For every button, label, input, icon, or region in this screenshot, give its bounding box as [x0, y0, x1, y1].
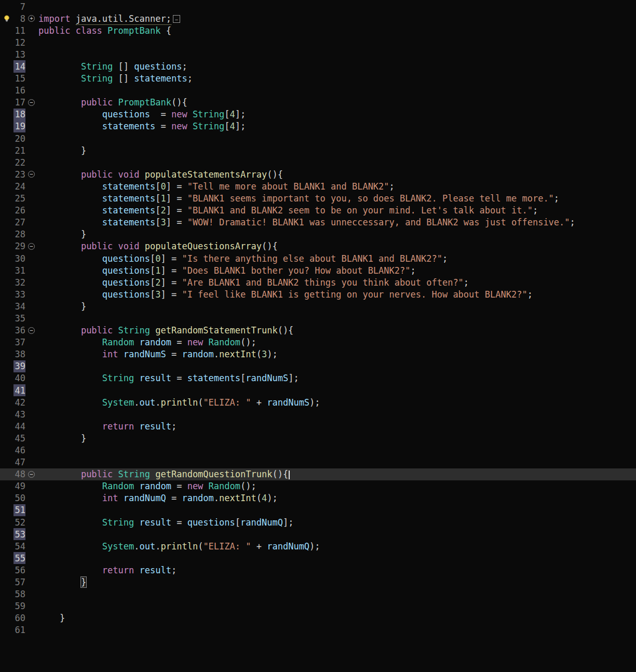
code-text[interactable]: statements[3] = "WOW! Dramatic! BLANK1 w… — [38, 217, 636, 227]
line-number[interactable]: 38 — [13, 348, 25, 360]
line-number[interactable]: 29 — [13, 240, 25, 252]
line-number[interactable]: 17 — [13, 97, 25, 109]
line-number[interactable]: 41 — [13, 384, 25, 396]
fold-collapse-icon[interactable]: − — [25, 240, 38, 252]
line-number[interactable]: 22 — [13, 156, 25, 168]
code-text[interactable]: String [] statements; — [38, 73, 636, 84]
line-number[interactable]: 45 — [13, 432, 25, 444]
line-number[interactable]: 23 — [13, 168, 25, 180]
line-number[interactable]: 14 — [13, 60, 25, 72]
fold-collapse-icon[interactable]: − — [25, 97, 38, 109]
line-number[interactable]: 57 — [13, 576, 25, 588]
code-text[interactable]: public class PromptBank { — [38, 25, 636, 36]
code-text[interactable]: statements[1] = "BLANK1 seems important … — [38, 193, 636, 204]
line-number[interactable]: 59 — [13, 600, 25, 612]
fold-collapse-icon[interactable]: − — [25, 325, 38, 337]
code-text[interactable]: statements = new String[4]; — [38, 121, 636, 131]
line-number[interactable]: 32 — [13, 276, 25, 288]
line-number[interactable]: 18 — [13, 109, 25, 120]
line-number[interactable]: 15 — [13, 73, 25, 85]
line-number[interactable]: 52 — [13, 516, 25, 528]
line-number[interactable]: 7 — [13, 1, 25, 12]
line-number[interactable]: 36 — [13, 325, 25, 337]
code-text[interactable]: } — [38, 301, 636, 312]
line-number[interactable]: 61 — [13, 624, 25, 636]
line-number[interactable]: 27 — [13, 217, 25, 229]
line-number[interactable]: 30 — [13, 252, 25, 264]
code-text[interactable]: questions = new String[4]; — [38, 109, 636, 119]
folded-code-icon[interactable]: … — [173, 15, 180, 23]
code-text[interactable]: Random random = new Random(); — [38, 337, 636, 347]
code-text[interactable]: int randNumS = random.nextInt(3); — [38, 349, 636, 359]
line-number[interactable]: 20 — [13, 132, 25, 144]
line-number[interactable]: 16 — [13, 85, 25, 97]
code-text[interactable]: int randNumQ = random.nextInt(4); — [38, 493, 636, 503]
code-text[interactable]: } — [38, 577, 636, 587]
line-number[interactable]: 11 — [13, 24, 25, 36]
line-number[interactable]: 31 — [13, 264, 25, 276]
line-number[interactable]: 47 — [13, 456, 25, 468]
code-text[interactable]: } — [38, 613, 636, 623]
fold-expand-icon[interactable]: + — [25, 12, 38, 24]
line-number[interactable]: 26 — [13, 205, 25, 217]
line-number[interactable]: 50 — [13, 492, 25, 504]
code-text[interactable]: return result; — [38, 565, 636, 575]
line-number[interactable]: 48 — [13, 468, 25, 480]
code-text[interactable]: public String getRandomQuestionTrunk(){ — [38, 469, 636, 479]
code-text[interactable]: System.out.println("ELIZA: " + randNumQ)… — [38, 541, 636, 552]
line-number[interactable]: 58 — [13, 588, 25, 600]
line-number[interactable]: 55 — [13, 552, 25, 564]
line-number[interactable]: 37 — [13, 337, 25, 348]
code-text[interactable]: statements[0] = "Tell me more about BLAN… — [38, 181, 636, 192]
line-number[interactable]: 43 — [13, 408, 25, 420]
line-number[interactable]: 53 — [13, 528, 25, 540]
line-number[interactable]: 13 — [13, 48, 25, 60]
line-number[interactable]: 42 — [13, 396, 25, 408]
line-number[interactable]: 8 — [13, 12, 25, 24]
warning-lightbulb-icon[interactable] — [0, 12, 13, 24]
code-text[interactable]: String result = statements[randNumS]; — [38, 373, 636, 383]
code-text[interactable]: System.out.println("ELIZA: " + randNumS)… — [38, 397, 636, 408]
code-text[interactable]: Random random = new Random(); — [38, 481, 636, 491]
code-text[interactable]: String result = questions[randNumQ]; — [38, 517, 636, 528]
code-text[interactable]: public String getRandomStatementTrunk(){ — [38, 325, 636, 335]
code-text[interactable]: return result; — [38, 421, 636, 432]
line-number[interactable]: 56 — [13, 564, 25, 576]
line-number[interactable]: 12 — [13, 36, 25, 48]
code-text[interactable]: import java.util.Scanner;… — [38, 14, 636, 24]
line-number[interactable]: 39 — [13, 360, 25, 372]
code-text[interactable]: public PromptBank(){ — [38, 97, 636, 107]
code-text[interactable]: public void populateQuestionsArray(){ — [38, 241, 636, 251]
line-number[interactable]: 25 — [13, 193, 25, 205]
line-number[interactable]: 40 — [13, 372, 25, 384]
line-number[interactable]: 60 — [13, 612, 25, 624]
line-number[interactable]: 49 — [13, 480, 25, 492]
code-text[interactable]: String [] questions; — [38, 61, 636, 72]
line-number[interactable]: 21 — [13, 144, 25, 156]
code-text[interactable]: } — [38, 145, 636, 156]
line-number[interactable]: 51 — [13, 504, 25, 516]
fold-collapse-icon[interactable]: − — [25, 468, 38, 480]
line-number[interactable]: 35 — [13, 312, 25, 324]
code-text[interactable]: } — [38, 433, 636, 443]
line-number[interactable]: 54 — [13, 540, 25, 552]
line-number[interactable]: 44 — [13, 420, 25, 432]
code-text[interactable]: } — [38, 229, 636, 239]
fold-gutter — [25, 456, 38, 468]
code-text[interactable]: questions[3] = "I feel like BLANK1 is ge… — [38, 289, 636, 300]
line-number[interactable]: 19 — [13, 120, 25, 132]
token-plain — [38, 181, 102, 192]
code-text[interactable]: questions[2] = "Are BLANK1 and BLANK2 th… — [38, 277, 636, 288]
line-number[interactable]: 24 — [13, 180, 25, 192]
code-text[interactable]: questions[1] = "Does BLANK1 bother you? … — [38, 265, 636, 276]
marker-gutter — [0, 60, 13, 72]
line-number[interactable]: 34 — [13, 300, 25, 312]
code-text[interactable]: questions[0] = "Is there anything else a… — [38, 253, 636, 264]
code-text[interactable]: statements[2] = "BLANK1 and BLANK2 seem … — [38, 205, 636, 216]
line-number[interactable]: 28 — [13, 229, 25, 240]
line-number[interactable]: 46 — [13, 444, 25, 456]
line-number[interactable]: 33 — [13, 288, 25, 300]
marker-gutter — [0, 348, 13, 360]
code-text[interactable]: public void populateStatementsArray(){ — [38, 169, 636, 180]
fold-collapse-icon[interactable]: − — [25, 168, 38, 180]
